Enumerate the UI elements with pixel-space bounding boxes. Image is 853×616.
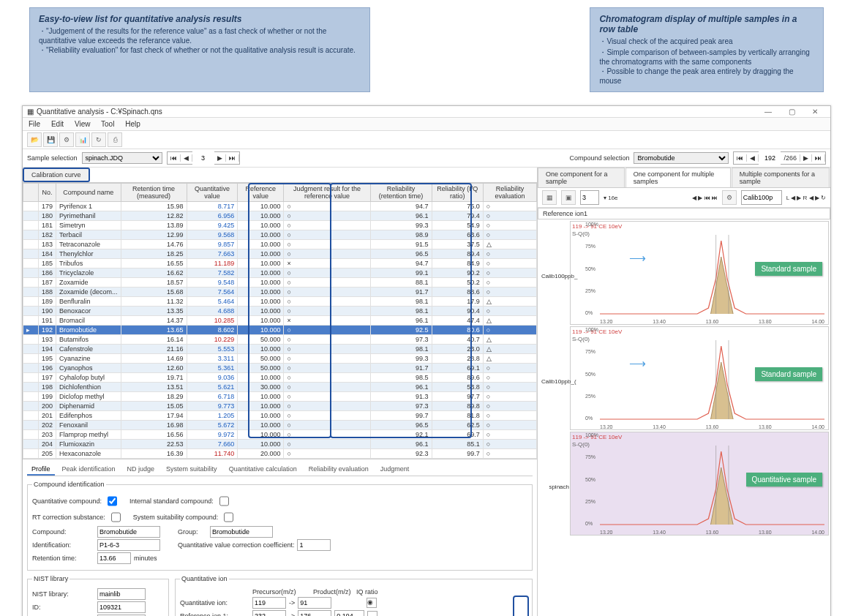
table-header[interactable]: Reliability evaluation <box>483 184 536 202</box>
ref1-iq-field[interactable] <box>334 610 364 616</box>
minimize-button[interactable]: — <box>757 108 779 116</box>
table-row[interactable]: 182Terbacil12.999.56810.000○98.963.6○ <box>23 230 537 240</box>
menu-view[interactable]: View <box>75 120 91 128</box>
sample-badge: Standard sample <box>755 262 822 276</box>
proftab-judge[interactable]: Judgment <box>376 464 414 476</box>
table-row[interactable]: 196Cyanophos12.605.36150.000○91.769.1○ <box>23 364 537 373</box>
table-row[interactable]: 184Thenylchlor18.257.66310.000○96.589.4○ <box>23 249 537 259</box>
table-row[interactable]: 188Zoxamide (decom...15.687.56410.000○91… <box>23 288 537 297</box>
table-row[interactable]: 205Hexaconazole16.3911.74020.000○92.399.… <box>23 449 537 459</box>
table-row[interactable]: 202Fenoxanil16.985.67210.000○96.562.5○ <box>23 421 537 430</box>
proftab-rel[interactable]: Reliability evaluation <box>304 464 373 476</box>
tool-icon[interactable]: ⚙ <box>59 132 74 147</box>
table-header[interactable]: Compound name <box>56 184 121 202</box>
table-row[interactable]: 194Cafenstrole21.165.55310.000○98.123.0△ <box>23 345 537 354</box>
table-row[interactable]: 203Flamprop methyl16.569.97210.000○92.16… <box>23 430 537 440</box>
qion-prec-field[interactable] <box>252 597 286 609</box>
close-button[interactable]: ✕ <box>804 108 826 116</box>
tab-multi-sample[interactable]: One component for multiple samples <box>625 168 731 187</box>
rt-field[interactable] <box>97 552 131 564</box>
table-header[interactable]: Retention time (measured) <box>121 184 187 202</box>
qvcc-field[interactable] <box>297 539 331 551</box>
menu-tool[interactable]: Tool <box>101 120 114 128</box>
chrom-tool-icon[interactable]: ⚙ <box>722 190 737 205</box>
proftab-calc[interactable]: Quantitative calculation <box>225 464 301 476</box>
qion-prod-field[interactable] <box>298 597 331 609</box>
table-row[interactable]: 190Benoxacor13.354.68810.000○98.190.4○ <box>23 307 537 316</box>
nist-lib-field[interactable] <box>97 588 146 600</box>
table-row[interactable]: 195Cyanazine14.693.31150.000○99.328.8△ <box>23 354 537 364</box>
table-header[interactable]: Judgment result for the reference value <box>284 184 370 202</box>
internal-std-checkbox[interactable] <box>219 496 229 506</box>
chromatogram-panel[interactable]: 119 -> 91 CE 10eVS-Q(0) Calib10ppb_( 100… <box>570 326 829 430</box>
chromatogram-panel[interactable]: 119 -> 91 CE 10eVS-Q(0) Calib100ppb_ 100… <box>570 221 829 325</box>
tool-save-icon[interactable]: 💾 <box>43 132 58 147</box>
qion-legend: Quantitative ion <box>180 575 229 582</box>
table-row[interactable]: 198Dichlofenthion13.515.62130.000○96.153… <box>23 383 537 392</box>
tab-calibration-curve[interactable]: Calibration curve <box>23 168 90 182</box>
tab-one-sample[interactable]: One component for a sample <box>538 168 625 187</box>
sample-nav[interactable]: ⏮◀▶⏭ <box>167 151 240 165</box>
table-row[interactable]: 180Pyrimethanil12.826.95610.000○96.179.4… <box>23 211 537 221</box>
tab-multi-component[interactable]: Multiple components for a sample <box>732 168 830 187</box>
proftab-nd[interactable]: ND judge <box>123 464 159 476</box>
quant-compound-checkbox[interactable] <box>108 496 117 506</box>
table-row[interactable]: 179Pyrifenox 115.988.71710.000○94.775.0○ <box>23 202 537 211</box>
table-header[interactable]: Quantitative value <box>187 184 238 202</box>
ref1-radio[interactable] <box>367 611 377 616</box>
table-row[interactable]: 191Bromacil14.3710.28510.000×96.147.4△ <box>23 316 537 326</box>
chrom-tool-icon[interactable]: ▣ <box>561 190 576 205</box>
chrom-page-input[interactable] <box>580 190 599 205</box>
maximize-button[interactable]: ▢ <box>781 108 803 116</box>
table-row[interactable]: 183Tetraconazole14.769.85710.000○91.537.… <box>23 240 537 249</box>
table-header[interactable]: Reliability (retention time) <box>370 184 432 202</box>
proftab-profile[interactable]: Profile <box>27 464 55 476</box>
table-row[interactable]: 185Tribufos16.5511.18910.000×94.784.9○ <box>23 259 537 268</box>
table-row[interactable]: 186Tricyclazole16.627.58210.000○99.190.2… <box>23 268 537 278</box>
right-tabs: One component for a sample One component… <box>538 168 830 188</box>
tool-icon[interactable]: 📊 <box>75 132 90 147</box>
proftab-sys[interactable]: System suitability <box>162 464 222 476</box>
table-row[interactable]: 200Diphenamid15.059.77310.000○97.389.8○ <box>23 402 537 411</box>
menu-edit[interactable]: Edit <box>51 120 64 128</box>
table-row[interactable]: 201Edifenphos17.941.20510.000○99.781.8○ <box>23 411 537 421</box>
tool-icon[interactable]: ↻ <box>91 132 106 147</box>
table-row[interactable]: 181Simetryn13.899.42510.000○99.354.9○ <box>23 221 537 230</box>
menu-help[interactable]: Help <box>125 120 140 128</box>
proftab-peak[interactable]: Peak identification <box>58 464 120 476</box>
results-table[interactable]: No.Compound nameRetention time (measured… <box>23 183 537 459</box>
table-row[interactable]: 197Cyhalofop butyl19.719.03610.000○98.58… <box>23 373 537 383</box>
tool-open-icon[interactable]: 📂 <box>27 132 42 147</box>
ref1-prod-field[interactable] <box>298 610 331 616</box>
compound-id-legend: Compound identification <box>32 481 106 488</box>
chrom-calib-input[interactable] <box>741 190 782 205</box>
chrom-nav-buttons[interactable]: L ◀ ▶ R ◀ ▶ ↻ <box>786 195 826 201</box>
compound-nav[interactable]: ⏮◀/266▶⏭ <box>733 151 826 165</box>
chrom-tool-icon[interactable]: ▦ <box>542 190 557 205</box>
identification-field[interactable] <box>97 539 160 551</box>
group-field[interactable] <box>210 526 273 538</box>
table-row[interactable]: 189Benfluralin11.325.46410.000○98.117.9△ <box>23 297 537 307</box>
compound-field[interactable] <box>97 526 160 538</box>
sample-selection-dropdown[interactable]: spinach.JDQ <box>82 152 162 164</box>
chromatogram-panel[interactable]: 119 -> 91 CE 10eVS-Q(0) spinach 100%75%5… <box>570 432 829 536</box>
table-row[interactable]: 199Diclofop methyl18.296.71810.000○91.39… <box>23 392 537 402</box>
table-row[interactable]: 187Zoxamide18.579.54810.000○88.150.2○ <box>23 278 537 288</box>
qion-radio[interactable]: ◉ <box>367 598 377 608</box>
menu-file[interactable]: File <box>29 120 40 128</box>
table-row[interactable]: 193Butamifos16.1410.22950.000○97.340.7△ <box>23 335 537 345</box>
sys-suit-checkbox[interactable] <box>224 512 233 522</box>
table-header[interactable]: Reliability (I/Q ratio) <box>432 184 483 202</box>
table-header[interactable]: No. <box>39 184 56 202</box>
compound-page-input[interactable] <box>759 151 781 165</box>
nist-id-field[interactable] <box>97 601 146 613</box>
compound-selection-dropdown[interactable]: Bromobutide <box>634 152 729 164</box>
rt-corr-checkbox[interactable] <box>111 512 121 522</box>
tool-icon[interactable]: ⎙ <box>108 132 122 147</box>
ref1-prec-field[interactable] <box>252 610 286 616</box>
sample-page-input[interactable] <box>192 151 214 165</box>
table-header[interactable]: Reference value <box>238 184 284 202</box>
table-row[interactable]: 204Flumioxazin22.537.66010.000○96.185.1○ <box>23 440 537 449</box>
profile-tabs: Profile Peak identification ND judge Sys… <box>27 464 533 476</box>
table-row[interactable]: ▸192Bromobutide13.658.60210.000○92.580.6… <box>23 326 537 335</box>
